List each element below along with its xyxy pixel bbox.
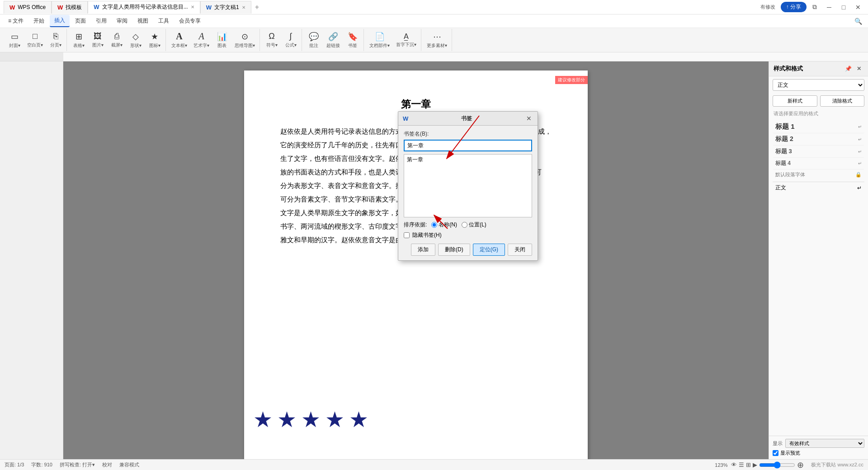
- tab-doc2-label: 文字文稿1: [214, 4, 239, 11]
- menu-start[interactable]: 开始: [29, 15, 49, 27]
- tab-template[interactable]: W 找模板: [52, 1, 88, 14]
- table-icon: ⊞: [75, 32, 82, 42]
- bookmark-name-label: 书签名(B):: [404, 130, 532, 138]
- tab-doc1-close[interactable]: ✕: [191, 5, 194, 9]
- more-icon: ⋯: [433, 32, 441, 42]
- titlebar-tabs: W WPS Office W 找模板 W 文字是人类用符号记录表达信息目... …: [4, 1, 760, 14]
- toolbar-table-button[interactable]: ⊞ 表格▾: [70, 30, 88, 51]
- view-list-button[interactable]: ☰: [739, 461, 744, 468]
- view-grid-button[interactable]: ⊞: [746, 461, 751, 468]
- toolbar-cover-button[interactable]: ▭ 封面▾: [5, 30, 24, 51]
- close-dialog-button[interactable]: 关闭: [508, 244, 532, 256]
- status-spell[interactable]: 拼写检查: 打开▾: [60, 461, 95, 468]
- window-restore-button[interactable]: ⧉: [808, 2, 821, 13]
- toolbar-pagebreak-button[interactable]: ⎘ 分页▾: [47, 30, 65, 51]
- view-eye-button[interactable]: 👁: [731, 461, 737, 468]
- add-bookmark-button[interactable]: 添加: [411, 244, 435, 256]
- style-title2-enter: ↵: [858, 137, 862, 142]
- delete-bookmark-button[interactable]: 删除(D): [438, 244, 470, 256]
- bookmark-list[interactable]: 第一章: [404, 154, 532, 217]
- dropcap-icon: A̲: [404, 32, 409, 41]
- menu-insert[interactable]: 插入: [50, 15, 70, 27]
- toolbar-formula-button[interactable]: ∫ 公式▾: [282, 30, 300, 51]
- zoom-slider[interactable]: [759, 461, 795, 469]
- toolbar-comment-button[interactable]: 💬 批注: [305, 30, 323, 51]
- menu-view[interactable]: 视图: [133, 15, 153, 27]
- sort-position-input[interactable]: [462, 222, 467, 228]
- sort-name-radio[interactable]: 名称(N): [431, 221, 457, 229]
- mindmap-icon: ⊙: [241, 32, 248, 42]
- window-maximize-button[interactable]: □: [837, 2, 850, 13]
- style-dropdown[interactable]: 正文: [773, 79, 864, 91]
- normal-style-item[interactable]: 正文 ↵: [773, 182, 864, 193]
- titlebar-actions: 有修改 ↑ 分享 ⧉ ─ □ ✕: [760, 2, 864, 13]
- display-select[interactable]: 有效样式: [785, 439, 864, 448]
- toolbar-mindmap-button[interactable]: ⊙ 思维导图▾: [232, 30, 258, 51]
- bookmark-list-item[interactable]: 第一章: [404, 155, 532, 165]
- style-item-title3[interactable]: 标题 3 ↵: [773, 146, 864, 158]
- stars-decoration: ★ ★ ★ ★ ★: [253, 407, 368, 432]
- sidebar-close-button[interactable]: ✕: [854, 64, 863, 73]
- style-item-title2[interactable]: 标题 2 ↵: [773, 133, 864, 146]
- share-button[interactable]: ↑ 分享: [781, 2, 807, 12]
- menu-review[interactable]: 审阅: [112, 15, 132, 27]
- dialog-close-button[interactable]: ✕: [525, 114, 533, 122]
- window-close-button[interactable]: ✕: [852, 2, 864, 13]
- hidden-bookmark-checkbox[interactable]: [404, 232, 410, 238]
- new-style-button[interactable]: 新样式: [773, 95, 817, 107]
- clear-format-button[interactable]: 清除格式: [820, 95, 865, 107]
- style-item-title4[interactable]: 标题 4 ↵: [773, 158, 864, 169]
- statusbar-right: 123% 👁 ☰ ⊞ ▶ ⊕ 极光下载站 www.xz2.cc: [715, 460, 863, 470]
- textbox-label: 文本框▾: [171, 42, 187, 49]
- window-minimize-button[interactable]: ─: [823, 2, 835, 13]
- zoom-in-button[interactable]: ⊕: [797, 460, 804, 470]
- show-preview-row: 显示预览: [773, 450, 864, 456]
- menu-ref[interactable]: 引用: [91, 15, 111, 27]
- show-preview-checkbox[interactable]: [773, 450, 778, 456]
- chart-icon: 📊: [217, 32, 227, 42]
- menu-file[interactable]: ≡ 文件: [4, 15, 28, 27]
- toolbar-docpart-button[interactable]: 📄 文档部件▾: [367, 30, 392, 51]
- toolbar-screenshot-button[interactable]: ⎙ 截屏▾: [108, 30, 126, 51]
- toolbar-more-button[interactable]: ⋯ 更多素材▾: [424, 30, 450, 51]
- document-area[interactable]: 建议修改部分 第一章 赵依依是人类用符号记录表达信息的方式和工具。现代文字大多数…: [63, 61, 769, 459]
- pagebreak-label: 分页▾: [50, 42, 61, 48]
- toolbar-icon-button[interactable]: ★ 图标▾: [146, 30, 164, 51]
- tab-doc1-label: 文字是人类用符号记录表达信息目...: [102, 3, 188, 11]
- menu-tools[interactable]: 工具: [154, 15, 174, 27]
- cover-label: 封面▾: [9, 42, 20, 49]
- sidebar-pin-button[interactable]: 📌: [844, 64, 853, 73]
- status-compat: 兼容模式: [119, 461, 139, 468]
- tab-doc1[interactable]: W 文字是人类用符号记录表达信息目... ✕: [88, 1, 200, 14]
- toolbar-arttext-button[interactable]: A 艺术字▾: [191, 30, 212, 51]
- menu-page[interactable]: 页面: [71, 15, 90, 27]
- toolbar-chart-button[interactable]: 📊 图表: [213, 30, 231, 51]
- toolbar-bookmark-button[interactable]: 🔖 书签: [344, 30, 362, 51]
- toolbar-shape-button[interactable]: ◇ 形状▾: [127, 30, 145, 51]
- search-button[interactable]: 🔍: [852, 15, 864, 28]
- style-item-title1[interactable]: 标题 1 ↵: [773, 121, 864, 133]
- toolbar-dropcap-button[interactable]: A̲ 首字下沉▾: [393, 30, 419, 51]
- tab-wps-label: WPS Office: [18, 4, 46, 10]
- locate-bookmark-button[interactable]: 定位(G): [473, 244, 505, 256]
- default-font-item[interactable]: 默认段落字体 🔒: [773, 169, 864, 180]
- menu-member[interactable]: 会员专享: [175, 15, 205, 27]
- ruler-left: [0, 52, 63, 61]
- new-tab-button[interactable]: +: [251, 3, 263, 11]
- symbol-icon: Ω: [269, 32, 274, 41]
- toolbar-image-button[interactable]: 🖼 图片▾: [89, 30, 107, 51]
- tab-doc2-close[interactable]: ✕: [242, 5, 245, 10]
- toolbar-symbol-button[interactable]: Ω 符号▾: [263, 30, 281, 51]
- toolbar-hyperlink-button[interactable]: 🔗 超链接: [324, 30, 343, 51]
- toolbar-group-comment: 💬 批注 🔗 超链接 🔖 书签: [303, 29, 364, 51]
- tab-wps-home[interactable]: W WPS Office: [4, 1, 52, 14]
- toolbar-textbox-button[interactable]: A 文本框▾: [169, 30, 190, 51]
- toolbar-blank-button[interactable]: □ 空白页▾: [24, 30, 46, 51]
- sort-name-input[interactable]: [431, 222, 437, 228]
- view-play-button[interactable]: ▶: [753, 461, 757, 468]
- tab-doc2[interactable]: W 文字文稿1 ✕: [200, 1, 251, 14]
- bookmark-name-input[interactable]: [404, 140, 532, 151]
- sort-position-radio[interactable]: 位置(L): [462, 221, 486, 229]
- dropcap-label: 首字下沉▾: [396, 42, 416, 48]
- dialog-titlebar[interactable]: W 书签 ✕: [398, 112, 538, 126]
